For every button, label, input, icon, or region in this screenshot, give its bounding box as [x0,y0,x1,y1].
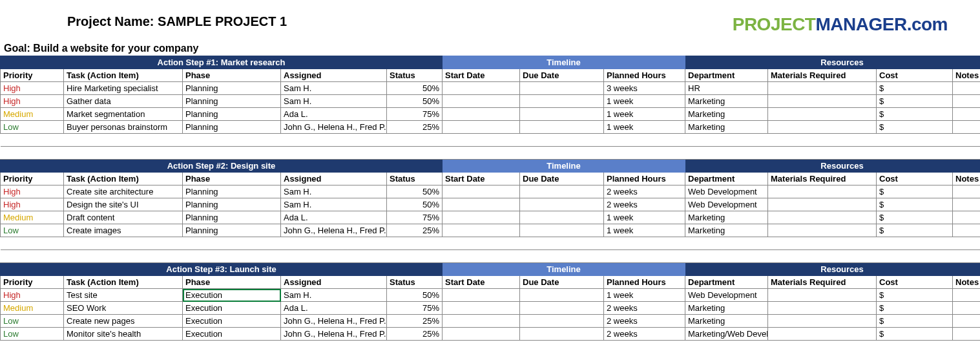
cell-notes[interactable] [953,315,980,328]
cell-planned-hours[interactable]: 1 week [604,121,685,134]
cell-department[interactable]: Marketing [685,302,768,315]
cell-cost[interactable]: $ [877,95,953,108]
cell-due-date[interactable] [520,302,604,315]
cell-planned-hours[interactable]: 3 weeks [604,82,685,95]
cell-materials[interactable] [768,108,877,121]
cell-assigned[interactable]: Sam H. [281,289,387,302]
cell-department[interactable]: Web Development [685,185,768,198]
cell-task[interactable]: Draft content [64,211,183,224]
cell-priority[interactable]: Low [1,121,64,134]
cell-cost[interactable]: $ [877,121,953,134]
cell-cost[interactable]: $ [877,185,953,198]
table-row[interactable]: LowCreate imagesPlanningJohn G., Helena … [1,224,981,237]
cell-start-date[interactable] [443,95,520,108]
cell-status[interactable]: 25% [387,224,443,237]
cell-materials[interactable] [768,185,877,198]
cell-assigned[interactable]: Ada L. [281,302,387,315]
cell-cost[interactable]: $ [877,82,953,95]
cell-assigned[interactable]: Ada L. [281,211,387,224]
cell-assigned[interactable]: Sam H. [281,82,387,95]
cell-phase[interactable]: Planning [183,211,281,224]
cell-planned-hours[interactable]: 2 weeks [604,315,685,328]
cell-priority[interactable]: Medium [1,108,64,121]
cell-materials[interactable] [768,95,877,108]
cell-task[interactable]: Design the site's UI [64,198,183,211]
cell-department[interactable]: Marketing [685,315,768,328]
cell-priority[interactable]: Low [1,224,64,237]
cell-assigned[interactable]: Ada L. [281,108,387,121]
cell-phase[interactable]: Planning [183,95,281,108]
cell-planned-hours[interactable]: 2 weeks [604,198,685,211]
cell-planned-hours[interactable]: 1 week [604,224,685,237]
cell-task[interactable]: Gather data [64,95,183,108]
cell-phase[interactable]: Planning [183,198,281,211]
cell-task[interactable]: Hire Marketing specialist [64,82,183,95]
cell-assigned[interactable]: Sam H. [281,198,387,211]
cell-department[interactable]: Marketing [685,121,768,134]
cell-start-date[interactable] [443,211,520,224]
cell-planned-hours[interactable]: 1 week [604,289,685,302]
cell-start-date[interactable] [443,289,520,302]
cell-status[interactable]: 50% [387,198,443,211]
cell-task[interactable]: Create images [64,224,183,237]
cell-priority[interactable]: Low [1,328,64,341]
cell-phase[interactable]: Execution [183,289,281,302]
cell-assigned[interactable]: John G., Helena H., Fred P. [281,328,387,341]
cell-due-date[interactable] [520,224,604,237]
cell-task[interactable]: Create site architecture [64,185,183,198]
table-row[interactable]: HighTest siteExecutionSam H.50%1 weekWeb… [1,289,981,302]
table-row[interactable]: HighDesign the site's UIPlanningSam H.50… [1,198,981,211]
cell-materials[interactable] [768,302,877,315]
cell-department[interactable]: HR [685,82,768,95]
cell-task[interactable]: Monitor site's health [64,328,183,341]
cell-cost[interactable]: $ [877,289,953,302]
cell-department[interactable]: Marketing [685,224,768,237]
cell-status[interactable]: 25% [387,315,443,328]
table-row[interactable]: HighGather dataPlanningSam H.50%1 weekMa… [1,95,981,108]
table-row[interactable]: MediumDraft contentPlanningAda L.75%1 we… [1,211,981,224]
cell-due-date[interactable] [520,198,604,211]
cell-due-date[interactable] [520,328,604,341]
table-row[interactable]: LowMonitor site's healthExecutionJohn G.… [1,328,981,341]
cell-due-date[interactable] [520,289,604,302]
cell-notes[interactable] [953,328,980,341]
cell-cost[interactable]: $ [877,315,953,328]
cell-due-date[interactable] [520,185,604,198]
cell-priority[interactable]: Low [1,315,64,328]
cell-materials[interactable] [768,82,877,95]
cell-notes[interactable] [953,121,980,134]
cell-task[interactable]: Create new pages [64,315,183,328]
cell-start-date[interactable] [443,121,520,134]
cell-planned-hours[interactable]: 1 week [604,211,685,224]
cell-due-date[interactable] [520,121,604,134]
cell-due-date[interactable] [520,82,604,95]
cell-planned-hours[interactable]: 1 week [604,95,685,108]
cell-priority[interactable]: Medium [1,211,64,224]
cell-status[interactable]: 50% [387,82,443,95]
cell-materials[interactable] [768,198,877,211]
cell-cost[interactable]: $ [877,328,953,341]
cell-start-date[interactable] [443,328,520,341]
cell-status[interactable]: 25% [387,328,443,341]
cell-notes[interactable] [953,185,980,198]
cell-notes[interactable] [953,211,980,224]
cell-department[interactable]: Marketing [685,108,768,121]
cell-phase[interactable]: Execution [183,315,281,328]
cell-status[interactable]: 75% [387,108,443,121]
cell-task[interactable]: Buyer personas brainstorm [64,121,183,134]
cell-planned-hours[interactable]: 1 week [604,108,685,121]
cell-start-date[interactable] [443,224,520,237]
cell-materials[interactable] [768,315,877,328]
cell-department[interactable]: Marketing [685,95,768,108]
cell-status[interactable]: 75% [387,302,443,315]
cell-priority[interactable]: High [1,95,64,108]
cell-status[interactable]: 50% [387,185,443,198]
cell-start-date[interactable] [443,198,520,211]
cell-priority[interactable]: High [1,289,64,302]
cell-notes[interactable] [953,302,980,315]
table-row[interactable]: LowBuyer personas brainstormPlanningJohn… [1,121,981,134]
cell-notes[interactable] [953,198,980,211]
cell-due-date[interactable] [520,95,604,108]
cell-phase[interactable]: Execution [183,302,281,315]
cell-notes[interactable] [953,95,980,108]
